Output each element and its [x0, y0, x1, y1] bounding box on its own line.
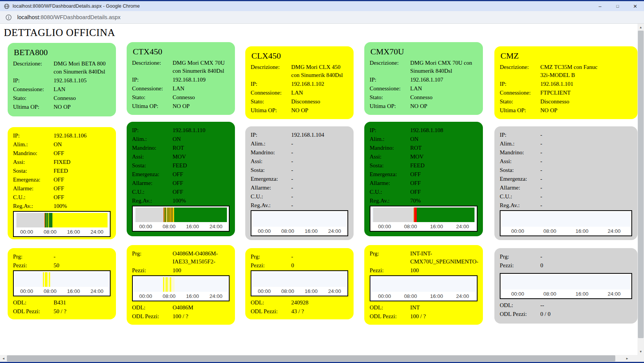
- scroll-down-icon[interactable]: ▼: [637, 348, 644, 355]
- row-reg-av: Reg.Av.:-: [500, 201, 632, 209]
- field-label: IP:: [370, 76, 410, 84]
- field-value: 0 / 0: [540, 310, 632, 318]
- vertical-scrollbar[interactable]: ▲ ▼: [637, 24, 644, 355]
- field-value: --: [540, 301, 632, 309]
- status-timeline-chart: 00:0008:0016:0024:00: [370, 206, 478, 232]
- field-value: -: [540, 253, 632, 261]
- field-value: O4086M: [173, 304, 230, 312]
- machine-info-card: BETA800 Descrizione:DMG Mori BETA 800 co…: [8, 43, 116, 116]
- tick-label: 24:00: [598, 291, 630, 297]
- horizontal-scrollbar-thumb[interactable]: [7, 355, 615, 361]
- field-value: -: [540, 149, 632, 157]
- timeline-strip: [502, 275, 630, 289]
- timeline-ticks: 00:0008:0016:0024:00: [502, 289, 630, 298]
- timeline-strip: [15, 272, 109, 287]
- field-value: OFF: [410, 188, 478, 196]
- timeline-ticks: 00:0008:0016:0024:00: [15, 227, 109, 236]
- field-label: Mandrino:: [132, 144, 173, 152]
- row-descrizione: Descrizione:DMG Mori CMX 70U con Sinumer…: [370, 59, 478, 75]
- field-label: Connessione:: [132, 85, 173, 93]
- close-button[interactable]: ✕: [626, 1, 644, 11]
- row-allarme: Allarme:OFF: [13, 185, 111, 193]
- tick-label: 08:00: [38, 288, 62, 294]
- field-value: 100: [173, 267, 230, 275]
- tick-label: 16:00: [62, 229, 85, 235]
- row-odl-pezzi: ODL Pezzi:100 / ?: [370, 312, 478, 320]
- row-reg-av: Reg.Av.:100%: [13, 202, 111, 210]
- row-sosta: Sosta:FEED: [370, 162, 478, 170]
- field-value: 192.168.1.101: [540, 80, 632, 88]
- row-pezzi: Pezzi:100: [370, 267, 478, 275]
- machine-production-card: Prg:INT-INT-CMX70U_SPEGNIMENTO- Pezzi:10…: [364, 245, 483, 325]
- field-label: ODL:: [132, 304, 173, 312]
- tick-label: 16:00: [424, 293, 450, 299]
- field-value: FEED: [54, 167, 111, 175]
- row-mandrino: Mandrino:-: [251, 149, 348, 157]
- field-value: 192.168.1.105: [54, 77, 111, 85]
- scroll-left-icon[interactable]: ◄: [0, 355, 7, 362]
- timeline-strip: [134, 208, 228, 222]
- scroll-up-icon[interactable]: ▲: [637, 24, 644, 31]
- row-pezzi: Pezzi:0: [500, 262, 632, 270]
- field-value: LAN: [410, 85, 478, 93]
- timeline-strip: [134, 277, 228, 292]
- tick-label: 24:00: [323, 288, 346, 294]
- field-value: NO OP: [410, 102, 478, 110]
- field-value: NO OP: [291, 106, 348, 114]
- horizontal-scrollbar[interactable]: ◄ ►: [0, 355, 637, 362]
- field-value: 43 / ?: [291, 307, 348, 316]
- field-value: MOV: [410, 153, 478, 161]
- tick-label: 08:00: [276, 228, 299, 234]
- row-cu: C.U.:OFF: [132, 188, 230, 196]
- field-value: 0: [540, 262, 632, 270]
- field-value: 0: [291, 262, 348, 270]
- field-label: Assi:: [132, 153, 173, 161]
- maximize-button[interactable]: □: [609, 1, 626, 11]
- field-label: Ultima OP:: [500, 106, 540, 114]
- vertical-scrollbar-thumb[interactable]: [638, 31, 644, 338]
- field-value: -: [291, 184, 348, 192]
- field-label: Emergenza:: [500, 175, 540, 183]
- row-odl: ODL:INT: [370, 304, 478, 312]
- tick-label: 24:00: [85, 229, 109, 235]
- row-ultima-op: Ultima OP:NO OP: [251, 106, 348, 114]
- field-value: -: [540, 184, 632, 192]
- field-value: 100 / ?: [173, 312, 230, 320]
- row-assi: Assi:FIXED: [13, 158, 111, 166]
- tick-label: 00:00: [502, 228, 534, 234]
- row-alim: Alim.:ON: [132, 135, 230, 143]
- field-value: 100%: [54, 202, 111, 210]
- row-allarme: Allarme:-: [500, 184, 632, 192]
- scroll-right-icon[interactable]: ►: [624, 355, 631, 362]
- field-label: Mandrino:: [500, 149, 540, 157]
- field-label: Descrizione:: [132, 59, 173, 75]
- row-assi: Assi:MOV: [370, 153, 478, 161]
- timeline-ticks: 00:0008:0016:0024:00: [502, 227, 630, 235]
- field-label: IP:: [132, 76, 173, 84]
- tick-label: 00:00: [372, 293, 398, 299]
- address-bar[interactable]: localhost:8080/WFDashboardDetails.aspx: [0, 11, 644, 24]
- timeline-ticks: 00:0008:0016:0024:00: [15, 287, 109, 296]
- tick-label: 08:00: [398, 224, 424, 229]
- url-text[interactable]: localhost:8080/WFDashboardDetails.aspx: [17, 14, 121, 20]
- field-value: DMG Mori CMX 70U con Sinumerik 840Dsl: [173, 59, 230, 75]
- tick-label: 16:00: [181, 224, 204, 229]
- row-assi: Assi:MOV: [132, 153, 230, 161]
- field-value: OFF: [410, 170, 478, 178]
- row-ip: IP:192.168.1.108: [370, 126, 478, 134]
- row-sosta: Sosta:FEED: [13, 167, 111, 175]
- minimize-button[interactable]: –: [591, 1, 609, 11]
- field-value: ON: [410, 135, 478, 143]
- field-value: -: [540, 166, 632, 174]
- field-value: OFF: [54, 176, 111, 184]
- field-value: LAN: [291, 89, 348, 97]
- row-ip: IP:192.168.1.105: [13, 77, 111, 85]
- row-ultima-op: Ultima OP:NO OP: [132, 102, 230, 110]
- field-value: 100%: [173, 197, 230, 205]
- row-sosta: Sosta:FEED: [132, 162, 230, 170]
- machine-status-card: IP:192.168.1.108 Alim.:ON Mandrino:ROT A…: [364, 122, 483, 236]
- timeline-strip: [502, 212, 630, 227]
- info-icon[interactable]: [5, 14, 12, 21]
- tick-label: 00:00: [253, 228, 276, 234]
- tick-label: 00:00: [15, 288, 38, 294]
